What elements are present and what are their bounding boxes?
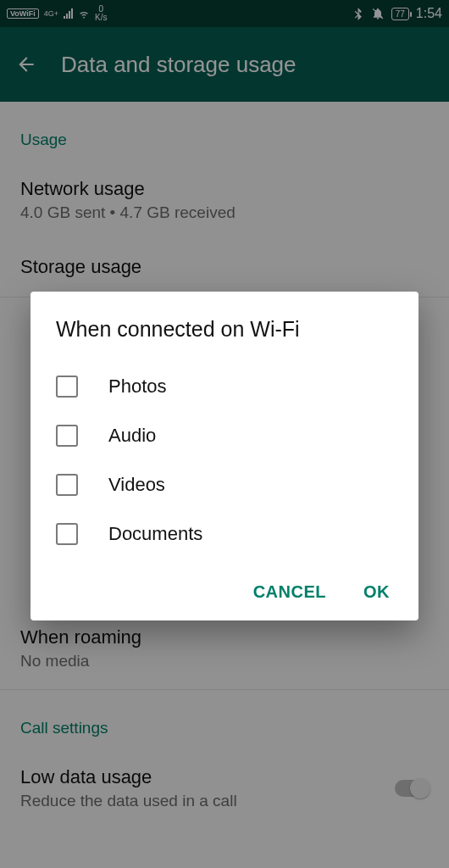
ok-button[interactable]: OK [363, 582, 390, 602]
checkbox-videos[interactable] [56, 474, 78, 496]
dialog-actions: CANCEL OK [30, 565, 419, 609]
dialog-title: When connected on Wi-Fi [30, 317, 419, 357]
dialog-options: Photos Audio Videos Documents [30, 357, 419, 565]
checkbox-photos[interactable] [56, 376, 78, 398]
checkbox-documents[interactable] [56, 523, 78, 545]
option-photos[interactable]: Photos [30, 362, 419, 411]
cancel-button[interactable]: CANCEL [253, 582, 326, 602]
option-audio[interactable]: Audio [30, 411, 419, 460]
checkbox-audio[interactable] [56, 425, 78, 447]
option-documents-label: Documents [108, 523, 202, 545]
option-videos-label: Videos [108, 474, 165, 496]
option-audio-label: Audio [108, 425, 156, 447]
wifi-autodownload-dialog: When connected on Wi-Fi Photos Audio Vid… [30, 292, 419, 620]
option-videos[interactable]: Videos [30, 460, 419, 509]
option-photos-label: Photos [108, 376, 167, 398]
option-documents[interactable]: Documents [30, 509, 419, 559]
